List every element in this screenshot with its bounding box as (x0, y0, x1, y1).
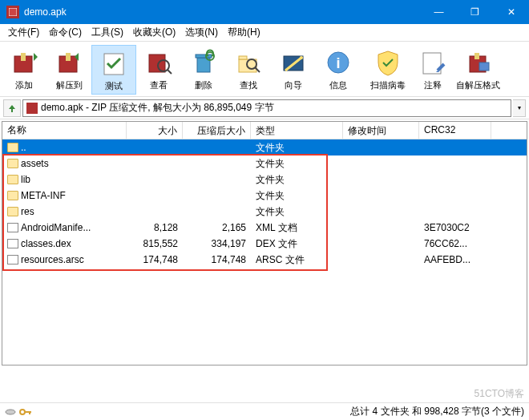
pathbar: demo.apk - ZIP 压缩文件, 解包大小为 86,895,049 字节… (0, 97, 529, 119)
cell-packed: 2,165 (183, 222, 251, 233)
add-icon (8, 46, 40, 79)
cell-type: 文件夹 (251, 141, 343, 155)
delete-icon (188, 46, 220, 79)
toolbar-virus[interactable]: 扫描病毒 (365, 45, 410, 95)
find-icon (232, 46, 264, 79)
toolbar-find[interactable]: 查找 (226, 45, 271, 95)
cell-name: .. (21, 142, 26, 153)
file-list-body[interactable]: ..文件夹assets文件夹lib文件夹META-INF文件夹res文件夹And… (2, 139, 527, 365)
wizard-icon (277, 46, 309, 79)
menu-file[interactable]: 文件(F) (3, 24, 44, 41)
cell-type: XML 文档 (251, 221, 343, 235)
folder-icon (7, 175, 18, 184)
svg-rect-4 (66, 53, 71, 61)
sfx-icon (462, 46, 494, 79)
table-row[interactable]: META-INF文件夹 (2, 188, 527, 204)
cell-name: assets (21, 158, 49, 169)
menu-help[interactable]: 帮助(H) (223, 24, 265, 41)
cell-type: 文件夹 (251, 173, 343, 187)
key-icon (19, 408, 32, 416)
cell-crc: 3E7030C2 (419, 222, 491, 233)
cell-size: 174,748 (127, 254, 183, 265)
col-packed[interactable]: 压缩后大小 (183, 122, 251, 139)
folder-icon (7, 207, 18, 216)
toolbar-test[interactable]: 测试 (91, 45, 136, 95)
menu-commands[interactable]: 命令(C) (44, 24, 87, 41)
table-row[interactable]: assets文件夹 (2, 155, 527, 172)
menubar: 文件(F) 命令(C) 工具(S) 收藏夹(O) 选项(N) 帮助(H) (0, 24, 529, 42)
menu-options[interactable]: 选项(N) (180, 24, 223, 41)
cell-name: META-INF (21, 190, 66, 201)
column-headers: 名称 大小 压缩后大小 类型 修改时间 CRC32 (2, 122, 527, 139)
virus-icon (372, 46, 404, 79)
toolbar-extract[interactable]: 解压到 (46, 45, 91, 95)
cell-type: 文件夹 (251, 189, 343, 203)
svg-rect-26 (479, 63, 489, 71)
archive-icon (26, 103, 38, 114)
toolbar-info[interactable]: i 信息 (316, 45, 361, 95)
toolbar-sfx[interactable]: 自解压格式 (455, 45, 500, 95)
col-modified[interactable]: 修改时间 (343, 122, 419, 139)
folder-icon (7, 159, 18, 168)
status-icons (5, 406, 32, 418)
restore-button[interactable]: ❐ (457, 0, 493, 24)
view-icon (143, 46, 175, 79)
toolbar-add[interactable]: 添加 (2, 45, 46, 95)
titlebar: demo.apk — ❐ ✕ (0, 0, 529, 24)
path-dropdown[interactable]: ▾ (513, 99, 526, 117)
svg-rect-2 (21, 53, 26, 61)
disk-icon (5, 406, 16, 418)
cell-size: 8,128 (127, 222, 183, 233)
cell-packed: 174,748 (183, 254, 251, 265)
cell-packed: 334,197 (183, 238, 251, 249)
path-field[interactable]: demo.apk - ZIP 压缩文件, 解包大小为 86,895,049 字节 (22, 99, 511, 117)
col-name[interactable]: 名称 (2, 122, 127, 139)
cell-crc: 76CC62... (419, 238, 491, 249)
toolbar-delete[interactable]: 删除 (181, 45, 226, 95)
cell-type: ARSC 文件 (251, 253, 343, 267)
close-button[interactable]: ✕ (493, 0, 529, 24)
svg-rect-6 (149, 55, 165, 72)
folder-icon (7, 191, 18, 200)
status-text: 总计 4 文件夹 和 998,428 字节(3 个文件) (350, 405, 524, 418)
app-icon (6, 6, 19, 18)
svg-point-28 (20, 410, 25, 414)
col-size[interactable]: 大小 (127, 122, 183, 139)
toolbar-view[interactable]: 查看 (136, 45, 181, 95)
file-icon (7, 239, 18, 248)
table-row[interactable]: lib文件夹 (2, 172, 527, 188)
menu-favorites[interactable]: 收藏夹(O) (128, 24, 180, 41)
cell-name: AndroidManife... (21, 222, 91, 233)
toolbar-wizard[interactable]: 向导 (271, 45, 316, 95)
minimize-button[interactable]: — (421, 0, 457, 24)
up-button[interactable] (3, 99, 21, 117)
window-title: demo.apk (24, 6, 67, 18)
cell-type: DEX 文件 (251, 237, 343, 251)
path-text: demo.apk - ZIP 压缩文件, 解包大小为 86,895,049 字节 (41, 101, 274, 115)
menu-tools[interactable]: 工具(S) (87, 24, 128, 41)
cell-crc: AAFEBD... (419, 254, 491, 265)
table-row[interactable]: ..文件夹 (2, 139, 527, 155)
col-type[interactable]: 类型 (251, 122, 343, 139)
table-row[interactable]: classes.dex815,552334,197DEX 文件76CC62... (2, 236, 527, 252)
info-icon: i (322, 46, 354, 79)
table-row[interactable]: res文件夹 (2, 204, 527, 220)
cell-name: lib (21, 174, 30, 185)
toolbar-comment[interactable]: 注释 (410, 45, 455, 95)
cell-name: classes.dex (21, 238, 71, 249)
cell-type: 文件夹 (251, 157, 343, 171)
svg-line-8 (168, 70, 172, 74)
extract-icon (53, 46, 85, 79)
cell-type: 文件夹 (251, 205, 343, 219)
col-crc[interactable]: CRC32 (419, 122, 491, 139)
svg-rect-25 (474, 53, 479, 59)
table-row[interactable]: AndroidManife...8,1282,165XML 文档3E7030C2 (2, 220, 527, 236)
up-icon (6, 103, 18, 114)
table-row[interactable]: resources.arsc174,748174,748ARSC 文件AAFEB… (2, 252, 527, 268)
test-icon (98, 47, 130, 79)
svg-rect-13 (239, 56, 247, 59)
folder-icon (7, 143, 18, 152)
cell-name: resources.arsc (21, 254, 84, 265)
toolbar: 添加 解压到 测试 查看 删除 查找 向导 i 信息 扫描病毒 注释 自解压格式 (0, 42, 529, 97)
watermark: 51CTO博客 (474, 387, 524, 401)
